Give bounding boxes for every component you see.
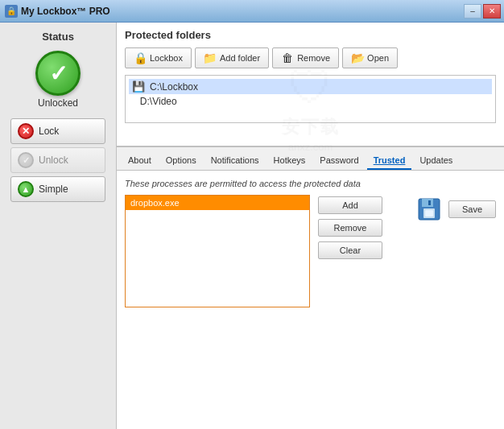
svg-rect-3 [425, 210, 433, 217]
process-item-dropbox[interactable]: dropbox.exe [126, 196, 309, 210]
folders-toolbar: 🔒 Lockbox 📁 Add folder 🗑 Remove 📂 Open [125, 47, 496, 68]
folders-area: 💾 C:\Lockbox • D:\Video 🛡 安下载 anxz.com [125, 75, 496, 139]
open-folder-label: Open [367, 53, 389, 63]
folder-item-d[interactable]: • D:\Video [129, 94, 492, 109]
folders-list: 💾 C:\Lockbox • D:\Video [125, 75, 496, 123]
save-button[interactable]: Save [448, 200, 496, 218]
nav-tabs: About Options Notifications Hotkeys Pass… [117, 146, 504, 171]
trusted-content: dropbox.exe Add Remove Clear [125, 195, 496, 421]
unlock-button[interactable]: ✓ Unlock [10, 147, 105, 173]
status-heading: Status [42, 31, 74, 43]
main-content: Status ✓ Unlocked ✕ Lock ✓ Unlock ▲ Simp… [0, 23, 504, 429]
app-icon: 🔒 [5, 5, 18, 18]
title-bar-left: 🔒 My Lockbox™ PRO [5, 5, 110, 18]
tab-updates[interactable]: Updates [413, 152, 459, 170]
svg-rect-4 [428, 200, 431, 205]
tab-hotkeys[interactable]: Hotkeys [267, 152, 312, 170]
unlock-icon-circle: ✓ [18, 152, 34, 168]
checkmark-icon: ✓ [49, 60, 68, 87]
add-folder-button[interactable]: 📁 Add folder [195, 47, 269, 68]
folder-path-d: D:\Video [140, 96, 177, 107]
status-icon-circle: ✓ [35, 51, 81, 96]
simple-icon-circle: ▲ [18, 181, 34, 197]
remove-folder-icon: 🗑 [281, 52, 294, 64]
check-gray-icon: ✓ [23, 155, 30, 166]
tab-options[interactable]: Options [159, 152, 203, 170]
unlock-label: Unlock [39, 155, 68, 166]
tab-password[interactable]: Password [313, 152, 365, 170]
simple-label: Simple [39, 184, 68, 195]
app-title: My Lockbox™ PRO [21, 6, 110, 17]
simple-button[interactable]: ▲ Simple [10, 176, 105, 202]
folder-item-c[interactable]: 💾 C:\Lockbox [129, 79, 492, 94]
x-icon: ✕ [22, 126, 30, 137]
tab-notifications[interactable]: Notifications [204, 152, 266, 170]
remove-process-button[interactable]: Remove [318, 219, 382, 237]
tab-about[interactable]: About [122, 152, 158, 170]
folders-section: Protected folders 🔒 Lockbox 📁 Add folder… [117, 23, 504, 146]
close-button[interactable]: ✕ [483, 4, 501, 19]
minimize-button[interactable]: – [464, 4, 481, 19]
open-folder-icon: 📂 [351, 52, 364, 64]
process-list[interactable]: dropbox.exe [125, 195, 310, 307]
save-area: Save [416, 195, 496, 222]
up-icon: ▲ [22, 184, 31, 194]
svg-rect-1 [422, 199, 433, 207]
add-folder-label: Add folder [220, 53, 260, 63]
lockbox-icon: 🔒 [134, 52, 147, 64]
lock-icon-circle: ✕ [18, 123, 34, 139]
folder-path-c: C:\Lockbox [150, 81, 198, 93]
right-panel: Protected folders 🔒 Lockbox 📁 Add folder… [117, 23, 504, 429]
lock-label: Lock [39, 126, 59, 137]
trusted-section: These processes are permitted to access … [117, 171, 504, 429]
tab-trusted[interactable]: Trusted [367, 152, 412, 170]
add-process-button[interactable]: Add [318, 196, 382, 214]
window-controls: – ✕ [464, 4, 501, 19]
title-bar: 🔒 My Lockbox™ PRO – ✕ [0, 0, 504, 23]
save-icon [416, 196, 442, 222]
lockbox-button[interactable]: 🔒 Lockbox [125, 47, 192, 68]
open-folder-button[interactable]: 📂 Open [342, 47, 398, 68]
lock-button[interactable]: ✕ Lock [10, 118, 105, 144]
trusted-description: These processes are permitted to access … [125, 179, 496, 188]
folders-title: Protected folders [125, 29, 496, 41]
trusted-action-buttons: Add Remove Clear [318, 195, 382, 421]
folder-icon-c: 💾 [132, 80, 145, 93]
lockbox-label: Lockbox [150, 53, 183, 63]
status-text: Unlocked [38, 97, 78, 109]
remove-folder-button[interactable]: 🗑 Remove [272, 47, 339, 68]
left-panel: Status ✓ Unlocked ✕ Lock ✓ Unlock ▲ Simp… [0, 23, 117, 429]
add-folder-icon: 📁 [204, 52, 217, 64]
remove-folder-label: Remove [297, 53, 330, 63]
clear-process-button[interactable]: Clear [318, 241, 382, 259]
